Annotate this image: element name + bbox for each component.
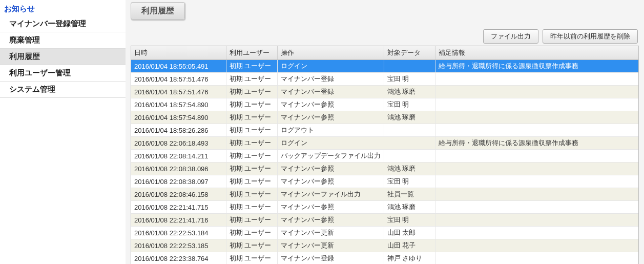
delete-old-history-button[interactable]: 昨年以前の利用履歴を削除 — [543, 29, 638, 44]
table-row[interactable]: 2016/01/04 18:58:26.286初期 ユーザーログアウト — [131, 124, 638, 137]
table-row[interactable]: 2016/01/08 22:21:41.715初期 ユーザーマイナンバー参照鴻池… — [131, 201, 638, 214]
cell-operation: マイナンバー参照 — [277, 214, 384, 227]
main-content: 利用履歴 ファイル出力 昨年以前の利用履歴を削除 日時 利用ユーザー 操作 対象… — [126, 0, 644, 264]
cell-datetime: 2016/01/08 22:06:18.493 — [131, 137, 226, 150]
col-header-datetime[interactable]: 日時 — [131, 46, 226, 60]
cell-target: 鴻池 琢磨 — [384, 201, 435, 214]
cell-target: 山田 太郎 — [384, 227, 435, 239]
cell-target: 宝田 明 — [384, 214, 435, 227]
cell-datetime: 2016/01/08 22:23:38.764 — [131, 252, 226, 265]
sidebar-title: お知らせ — [0, 3, 126, 16]
sidebar: お知らせ マイナンバー登録管理廃棄管理利用履歴利用ユーザー管理システム管理 — [0, 0, 126, 264]
cell-target — [384, 150, 435, 163]
table-row[interactable]: 2016/01/08 22:22:53.184初期 ユーザーマイナンバー更新山田… — [131, 227, 638, 239]
cell-target: 宝田 明 — [384, 98, 435, 111]
cell-remark — [435, 150, 638, 163]
sidebar-item[interactable]: システム管理 — [0, 82, 126, 98]
cell-datetime: 2016/01/04 18:57:51.476 — [131, 73, 226, 86]
cell-remark — [435, 227, 638, 239]
sidebar-item[interactable]: 利用ユーザー管理 — [0, 65, 126, 82]
cell-remark — [435, 111, 638, 124]
table-header-row: 日時 利用ユーザー 操作 対象データ 補足情報 — [131, 46, 638, 60]
table-row[interactable]: 2016/01/08 22:06:18.493初期 ユーザーログイン給与所得・退… — [131, 137, 638, 150]
cell-target: 社員一覧 — [384, 188, 435, 201]
cell-user: 初期 ユーザー — [226, 86, 277, 98]
table-row[interactable]: 2016/01/08 22:23:38.764初期 ユーザーマイナンバー登録神戸… — [131, 252, 638, 265]
col-header-user[interactable]: 利用ユーザー — [226, 46, 277, 60]
cell-remark — [435, 188, 638, 201]
sidebar-nav: マイナンバー登録管理廃棄管理利用履歴利用ユーザー管理システム管理 — [0, 16, 126, 98]
cell-user: 初期 ユーザー — [226, 201, 277, 214]
history-table: 日時 利用ユーザー 操作 対象データ 補足情報 2016/01/04 18:55… — [131, 46, 638, 264]
cell-datetime: 2016/01/04 18:57:54.890 — [131, 98, 226, 111]
cell-remark — [435, 86, 638, 98]
col-header-target[interactable]: 対象データ — [384, 46, 435, 60]
cell-target: 鴻池 琢磨 — [384, 163, 435, 175]
cell-datetime: 2016/01/04 18:57:54.890 — [131, 111, 226, 124]
cell-target: 鴻池 琢磨 — [384, 86, 435, 98]
cell-operation: ログアウト — [277, 124, 384, 137]
cell-operation: マイナンバー登録 — [277, 73, 384, 86]
cell-user: 初期 ユーザー — [226, 150, 277, 163]
cell-remark — [435, 163, 638, 175]
cell-target — [384, 124, 435, 137]
cell-user: 初期 ユーザー — [226, 124, 277, 137]
sidebar-item[interactable]: 利用履歴 — [0, 49, 126, 65]
cell-user: 初期 ユーザー — [226, 60, 277, 73]
cell-datetime: 2016/01/08 22:08:38.096 — [131, 163, 226, 175]
cell-datetime: 2016/01/04 18:57:51.476 — [131, 86, 226, 98]
table-row[interactable]: 2016/01/04 18:57:54.890初期 ユーザーマイナンバー参照宝田… — [131, 98, 638, 111]
cell-remark — [435, 201, 638, 214]
table-row[interactable]: 2016/01/08 22:22:53.185初期 ユーザーマイナンバー更新山田… — [131, 239, 638, 252]
table-row[interactable]: 2016/01/04 18:57:51.476初期 ユーザーマイナンバー登録宝田… — [131, 73, 638, 86]
cell-user: 初期 ユーザー — [226, 137, 277, 150]
cell-datetime: 2016/01/08 22:08:14.211 — [131, 150, 226, 163]
cell-target: 神戸 さゆり — [384, 252, 435, 265]
cell-operation: マイナンバー参照 — [277, 163, 384, 175]
sidebar-item[interactable]: 廃棄管理 — [0, 32, 126, 49]
cell-user: 初期 ユーザー — [226, 111, 277, 124]
cell-operation: マイナンバー登録 — [277, 86, 384, 98]
col-header-operation[interactable]: 操作 — [277, 46, 384, 60]
export-button[interactable]: ファイル出力 — [483, 29, 538, 44]
table-row[interactable]: 2016/01/04 18:55:05.491初期 ユーザーログイン給与所得・退… — [131, 60, 638, 73]
cell-target: 山田 花子 — [384, 239, 435, 252]
cell-user: 初期 ユーザー — [226, 188, 277, 201]
cell-datetime: 2016/01/04 18:55:05.491 — [131, 60, 226, 73]
cell-remark — [435, 175, 638, 188]
cell-datetime: 2016/01/04 18:58:26.286 — [131, 124, 226, 137]
cell-remark — [435, 73, 638, 86]
table-row[interactable]: 2016/01/04 18:57:51.476初期 ユーザーマイナンバー登録鴻池… — [131, 86, 638, 98]
cell-datetime: 2016/01/08 22:08:38.097 — [131, 175, 226, 188]
cell-operation: バックアップデータファイル出力 — [277, 150, 384, 163]
table-row[interactable]: 2016/01/08 22:21:41.716初期 ユーザーマイナンバー参照宝田… — [131, 214, 638, 227]
cell-target: 宝田 明 — [384, 73, 435, 86]
cell-operation: マイナンバー参照 — [277, 98, 384, 111]
cell-target: 宝田 明 — [384, 175, 435, 188]
cell-remark: 給与所得・退職所得に係る源泉徴収票作成事務 — [435, 137, 638, 150]
table-row[interactable]: 2016/01/04 18:57:54.890初期 ユーザーマイナンバー参照鴻池… — [131, 111, 638, 124]
cell-remark — [435, 98, 638, 111]
cell-remark — [435, 124, 638, 137]
cell-user: 初期 ユーザー — [226, 252, 277, 265]
cell-user: 初期 ユーザー — [226, 214, 277, 227]
cell-remark — [435, 239, 638, 252]
table-row[interactable]: 2016/01/08 22:08:46.158初期 ユーザーマイナンバーファイル… — [131, 188, 638, 201]
sidebar-item[interactable]: マイナンバー登録管理 — [0, 16, 126, 32]
cell-remark — [435, 252, 638, 265]
table-row[interactable]: 2016/01/08 22:08:38.097初期 ユーザーマイナンバー参照宝田… — [131, 175, 638, 188]
cell-target: 鴻池 琢磨 — [384, 111, 435, 124]
cell-operation: ログイン — [277, 60, 384, 73]
cell-user: 初期 ユーザー — [226, 163, 277, 175]
cell-operation: マイナンバー更新 — [277, 227, 384, 239]
cell-remark: 給与所得・退職所得に係る源泉徴収票作成事務 — [435, 60, 638, 73]
table-row[interactable]: 2016/01/08 22:08:14.211初期 ユーザーバックアップデータフ… — [131, 150, 638, 163]
cell-operation: ログイン — [277, 137, 384, 150]
cell-user: 初期 ユーザー — [226, 239, 277, 252]
cell-operation: マイナンバー参照 — [277, 201, 384, 214]
cell-datetime: 2016/01/08 22:21:41.716 — [131, 214, 226, 227]
col-header-remark[interactable]: 補足情報 — [435, 46, 638, 60]
cell-datetime: 2016/01/08 22:22:53.185 — [131, 239, 226, 252]
table-row[interactable]: 2016/01/08 22:08:38.096初期 ユーザーマイナンバー参照鴻池… — [131, 163, 638, 175]
cell-target — [384, 137, 435, 150]
